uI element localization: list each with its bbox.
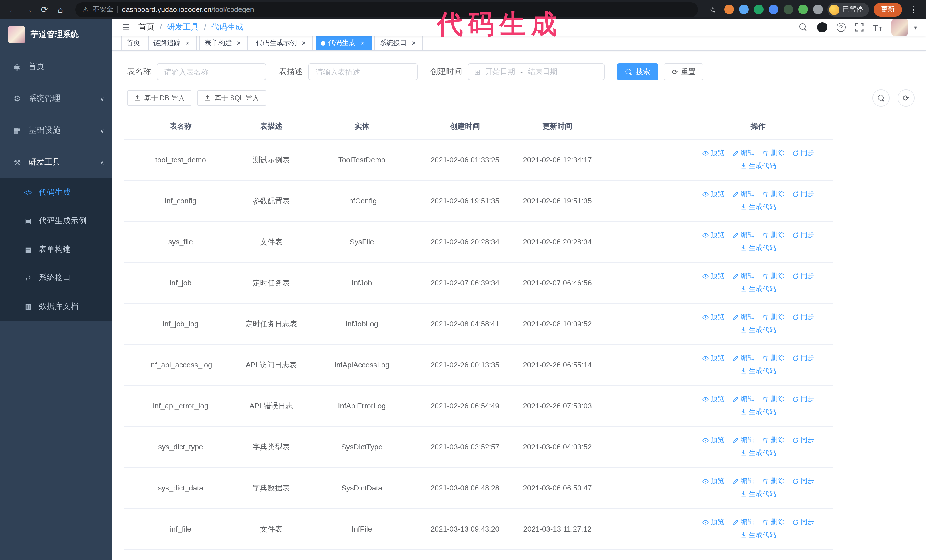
delete-link[interactable]: 删除 — [762, 270, 784, 282]
sync-link[interactable]: 同步 — [792, 516, 814, 528]
extension-icon[interactable] — [754, 5, 764, 14]
delete-link[interactable]: 删除 — [762, 352, 784, 364]
edit-link[interactable]: 编辑 — [732, 393, 754, 405]
sidebar-submenu-item[interactable]: ⇄ 系统接口 — [0, 264, 112, 292]
view-tab[interactable]: 链路追踪 × — [148, 36, 197, 50]
preview-link[interactable]: 预览 — [702, 434, 724, 446]
browser-menu-icon[interactable]: ⋮ — [906, 3, 920, 16]
preview-link[interactable]: 预览 — [702, 229, 724, 241]
view-tab[interactable]: 系统接口 × — [374, 36, 423, 50]
generate-code-link[interactable]: 生成代码 — [740, 160, 776, 172]
extension-icon[interactable] — [739, 5, 749, 14]
bookmark-star-icon[interactable]: ☆ — [706, 3, 720, 16]
docs-question-icon[interactable]: ? — [836, 23, 845, 32]
sync-link[interactable]: 同步 — [792, 188, 814, 200]
tab-close-icon[interactable]: × — [359, 39, 366, 47]
browser-back-icon[interactable]: ← — [6, 3, 20, 16]
preview-link[interactable]: 预览 — [702, 270, 724, 282]
tab-close-icon[interactable]: × — [183, 39, 191, 47]
breadcrumb-item[interactable]: 研发工具 — [167, 22, 199, 32]
browser-update-button[interactable]: 更新 — [873, 3, 902, 16]
preview-link[interactable]: 预览 — [702, 188, 724, 200]
generate-code-link[interactable]: 生成代码 — [740, 529, 776, 541]
generate-code-link[interactable]: 生成代码 — [740, 283, 776, 295]
refresh-table-button[interactable]: ⟳ — [897, 89, 915, 107]
generate-code-link[interactable]: 生成代码 — [740, 406, 776, 418]
extension-icon[interactable] — [784, 5, 793, 14]
table-name-input[interactable] — [157, 63, 266, 80]
edit-link[interactable]: 编辑 — [732, 475, 754, 487]
edit-link[interactable]: 编辑 — [732, 516, 754, 528]
sidebar-menu-item[interactable]: ⚒ 研发工具 ∧ — [0, 146, 112, 178]
sync-link[interactable]: 同步 — [792, 270, 814, 282]
sync-link[interactable]: 同步 — [792, 434, 814, 446]
search-button[interactable]: 搜索 — [617, 63, 658, 80]
preview-link[interactable]: 预览 — [702, 393, 724, 405]
extension-icon[interactable] — [798, 5, 808, 14]
breadcrumb-item[interactable]: 首页 — [138, 22, 154, 32]
generate-code-link[interactable]: 生成代码 — [740, 242, 776, 254]
extension-icon[interactable] — [724, 5, 734, 14]
sync-link[interactable]: 同步 — [792, 393, 814, 405]
view-tab[interactable]: 表单构建 × — [200, 36, 248, 50]
import-sql-button[interactable]: 基于 SQL 导入 — [197, 90, 266, 106]
table-desc-input[interactable] — [308, 63, 418, 80]
preview-link[interactable]: 预览 — [702, 516, 724, 528]
browser-profile-chip[interactable]: 已暂停 — [828, 3, 869, 16]
view-tab[interactable]: 代码生成 × — [316, 36, 372, 50]
edit-link[interactable]: 编辑 — [732, 229, 754, 241]
generate-code-link[interactable]: 生成代码 — [740, 447, 776, 459]
sidebar-menu-item[interactable]: ⚙ 系统管理 ∨ — [0, 83, 112, 115]
breadcrumb-item[interactable]: 代码生成 — [212, 22, 243, 32]
sidebar-submenu-item[interactable]: </> 代码生成 — [0, 178, 112, 207]
delete-link[interactable]: 删除 — [762, 229, 784, 241]
sidebar-submenu-item[interactable]: ▥ 数据库文档 — [0, 292, 112, 321]
preview-link[interactable]: 预览 — [702, 352, 724, 364]
hamburger-icon[interactable] — [121, 23, 130, 32]
delete-link[interactable]: 删除 — [762, 434, 784, 446]
view-tab[interactable]: 首页 × — [121, 36, 145, 50]
sidebar-menu-item[interactable]: ▦ 基础设施 ∨ — [0, 115, 112, 146]
sync-link[interactable]: 同步 — [792, 475, 814, 487]
generate-code-link[interactable]: 生成代码 — [740, 365, 776, 377]
delete-link[interactable]: 删除 — [762, 311, 784, 323]
fullscreen-icon[interactable] — [855, 23, 864, 32]
delete-link[interactable]: 删除 — [762, 393, 784, 405]
tab-close-icon[interactable]: × — [300, 39, 308, 47]
browser-home-icon[interactable]: ⌂ — [54, 3, 67, 16]
generate-code-link[interactable]: 生成代码 — [740, 488, 776, 500]
edit-link[interactable]: 编辑 — [732, 147, 754, 159]
app-logo[interactable]: 芋道管理系统 — [0, 19, 112, 51]
address-bar[interactable]: ⚠ 不安全 dashboard.yudao.iocoder.cn/tool/co… — [75, 2, 698, 17]
browser-reload-icon[interactable]: ⟳ — [38, 3, 51, 16]
reset-button[interactable]: ⟳ 重置 — [664, 63, 704, 80]
search-icon[interactable] — [799, 23, 808, 32]
edit-link[interactable]: 编辑 — [732, 311, 754, 323]
sidebar-menu-item[interactable]: ◉ 首页 — [0, 51, 112, 83]
edit-link[interactable]: 编辑 — [732, 352, 754, 364]
generate-code-link[interactable]: 生成代码 — [740, 324, 776, 336]
preview-link[interactable]: 预览 — [702, 147, 724, 159]
sidebar-submenu-item[interactable]: ▤ 表单构建 — [0, 235, 112, 264]
view-tab[interactable]: 代码生成示例 × — [251, 36, 313, 50]
toggle-search-button[interactable] — [872, 89, 890, 107]
user-avatar[interactable] — [891, 19, 908, 36]
sync-link[interactable]: 同步 — [792, 147, 814, 159]
sync-link[interactable]: 同步 — [792, 352, 814, 364]
delete-link[interactable]: 删除 — [762, 516, 784, 528]
extension-icon[interactable] — [769, 5, 778, 14]
preview-link[interactable]: 预览 — [702, 311, 724, 323]
delete-link[interactable]: 删除 — [762, 147, 784, 159]
font-size-icon[interactable]: TT — [873, 23, 882, 32]
sync-link[interactable]: 同步 — [792, 229, 814, 241]
extension-icon[interactable] — [813, 5, 823, 14]
edit-link[interactable]: 编辑 — [732, 188, 754, 200]
preview-link[interactable]: 预览 — [702, 475, 724, 487]
tab-close-icon[interactable]: × — [235, 39, 243, 47]
import-db-button[interactable]: 基于 DB 导入 — [127, 90, 192, 106]
edit-link[interactable]: 编辑 — [732, 270, 754, 282]
sidebar-submenu-item[interactable]: ▣ 代码生成示例 — [0, 207, 112, 235]
generate-code-link[interactable]: 生成代码 — [740, 201, 776, 213]
avatar-caret-icon[interactable]: ▾ — [914, 24, 917, 30]
github-icon[interactable] — [817, 22, 827, 32]
